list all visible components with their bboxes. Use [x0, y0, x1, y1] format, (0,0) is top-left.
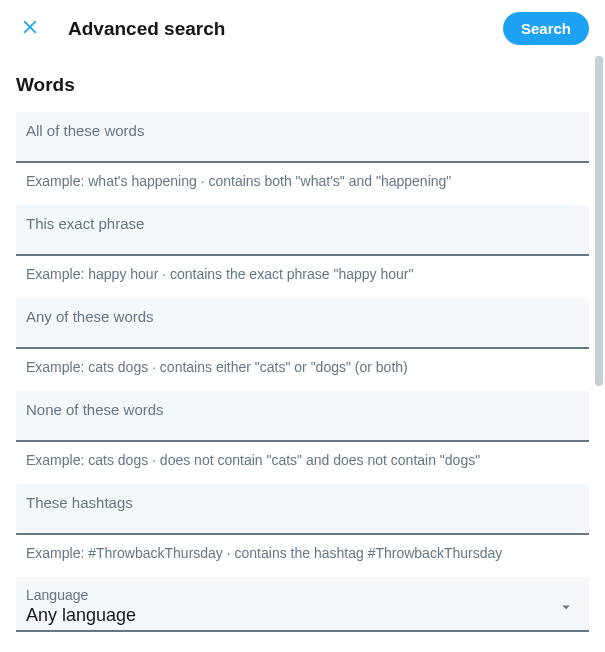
search-button[interactable]: Search [503, 12, 589, 45]
exact-phrase-label: This exact phrase [26, 215, 579, 232]
scrollbar-thumb[interactable] [595, 56, 603, 386]
hashtags-input[interactable]: These hashtags [16, 484, 589, 535]
section-title-words: Words [16, 74, 589, 96]
any-words-input[interactable]: Any of these words [16, 298, 589, 349]
modal-content[interactable]: Words All of these words Example: what's… [0, 58, 605, 652]
exact-phrase-example: Example: happy hour · contains the exact… [16, 264, 589, 282]
hashtags-label: These hashtags [26, 494, 579, 511]
advanced-search-modal: Advanced search Search Words All of thes… [0, 0, 605, 652]
field-language: Language Any language [16, 577, 589, 632]
field-exact-phrase: This exact phrase Example: happy hour · … [16, 205, 589, 282]
chevron-down-icon [557, 598, 575, 620]
close-icon [20, 17, 40, 40]
none-words-input[interactable]: None of these words [16, 391, 589, 442]
all-words-input[interactable]: All of these words [16, 112, 589, 163]
field-these-hashtags: These hashtags Example: #ThrowbackThursd… [16, 484, 589, 561]
modal-header: Advanced search Search [0, 0, 605, 58]
none-words-label: None of these words [26, 401, 579, 418]
field-none-of-these-words: None of these words Example: cats dogs ·… [16, 391, 589, 468]
modal-title: Advanced search [68, 18, 479, 40]
none-words-example: Example: cats dogs · does not contain "c… [16, 450, 589, 468]
exact-phrase-input[interactable]: This exact phrase [16, 205, 589, 256]
close-button[interactable] [16, 13, 44, 44]
field-all-of-these-words: All of these words Example: what's happe… [16, 112, 589, 189]
all-words-example: Example: what's happening · contains bot… [16, 171, 589, 189]
language-select[interactable]: Language Any language [16, 577, 589, 632]
any-words-label: Any of these words [26, 308, 579, 325]
all-words-label: All of these words [26, 122, 579, 139]
language-value: Any language [26, 605, 136, 625]
language-label: Language [26, 587, 579, 603]
hashtags-example: Example: #ThrowbackThursday · contains t… [16, 543, 589, 561]
any-words-example: Example: cats dogs · contains either "ca… [16, 357, 589, 375]
field-any-of-these-words: Any of these words Example: cats dogs · … [16, 298, 589, 375]
